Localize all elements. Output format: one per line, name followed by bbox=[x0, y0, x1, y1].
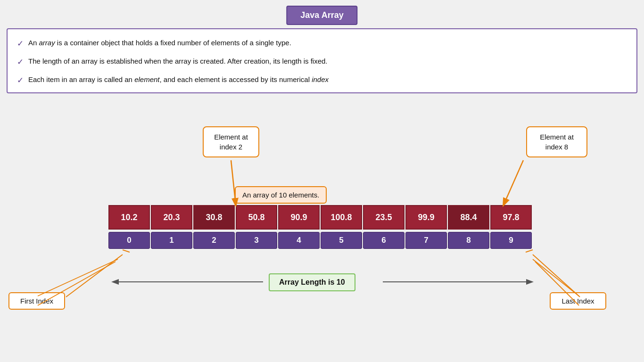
info-text-3: Each item in an array is called an eleme… bbox=[28, 74, 329, 84]
svg-line-6 bbox=[533, 255, 580, 297]
svg-line-10 bbox=[533, 259, 579, 296]
index-cell-7: 7 bbox=[405, 232, 447, 249]
info-box: ✓ An array is a container object that ho… bbox=[7, 28, 637, 93]
array-cell-4: 90.9 bbox=[278, 205, 320, 230]
array-cell-2: 30.8 bbox=[193, 205, 235, 230]
index-cell-8: 8 bbox=[448, 232, 489, 249]
info-line-3: ✓ Each item in an array is called an ele… bbox=[17, 74, 627, 86]
array-cell-6: 23.5 bbox=[363, 205, 405, 230]
info-line-1: ✓ An array is a container object that ho… bbox=[17, 38, 627, 49]
svg-line-4 bbox=[66, 255, 123, 297]
info-text-2: The length of an array is established wh… bbox=[28, 56, 328, 66]
checkmark-1: ✓ bbox=[17, 38, 24, 49]
index-cells: 0 1 2 3 4 5 6 7 8 9 bbox=[108, 232, 533, 249]
svg-line-8 bbox=[38, 259, 118, 296]
array-cell-9: 97.8 bbox=[490, 205, 532, 230]
index-cell-4: 4 bbox=[278, 232, 320, 249]
array-cell-0: 10.2 bbox=[108, 205, 150, 230]
index-cell-5: 5 bbox=[321, 232, 362, 249]
array-cell-5: 100.8 bbox=[321, 205, 362, 230]
index-cell-0: 0 bbox=[108, 232, 150, 249]
svg-line-7 bbox=[526, 250, 533, 252]
diagram: Element atindex 2 An array of 10 element… bbox=[0, 113, 644, 362]
callout-index8: Element atindex 8 bbox=[526, 126, 587, 157]
array-length-label: Array Length is 10 bbox=[269, 273, 355, 291]
svg-line-1 bbox=[504, 160, 523, 205]
index-cell-1: 1 bbox=[151, 232, 192, 249]
info-line-2: ✓ The length of an array is established … bbox=[17, 56, 627, 68]
array-cell-7: 99.9 bbox=[405, 205, 447, 230]
checkmark-3: ✓ bbox=[17, 75, 24, 86]
array-cell-8: 88.4 bbox=[448, 205, 489, 230]
array-cell-1: 20.3 bbox=[151, 205, 192, 230]
first-index-label: First Index bbox=[8, 292, 65, 310]
array-cells: 10.2 20.3 30.8 50.8 90.9 100.8 23.5 99.9… bbox=[108, 205, 533, 230]
page-title: Java Array bbox=[286, 6, 357, 25]
checkmark-2: ✓ bbox=[17, 57, 24, 68]
index-cell-2: 2 bbox=[193, 232, 235, 249]
index-cell-6: 6 bbox=[363, 232, 405, 249]
array-cell-3: 50.8 bbox=[236, 205, 277, 230]
callout-index2: Element atindex 2 bbox=[203, 126, 259, 157]
svg-line-5 bbox=[123, 250, 130, 252]
last-index-label: Last Index bbox=[550, 292, 606, 310]
index-cell-9: 9 bbox=[490, 232, 532, 249]
index-cell-3: 3 bbox=[236, 232, 277, 249]
array-label: An array of 10 elements. bbox=[235, 186, 327, 204]
info-text-1: An array is a container object that hold… bbox=[28, 38, 291, 48]
